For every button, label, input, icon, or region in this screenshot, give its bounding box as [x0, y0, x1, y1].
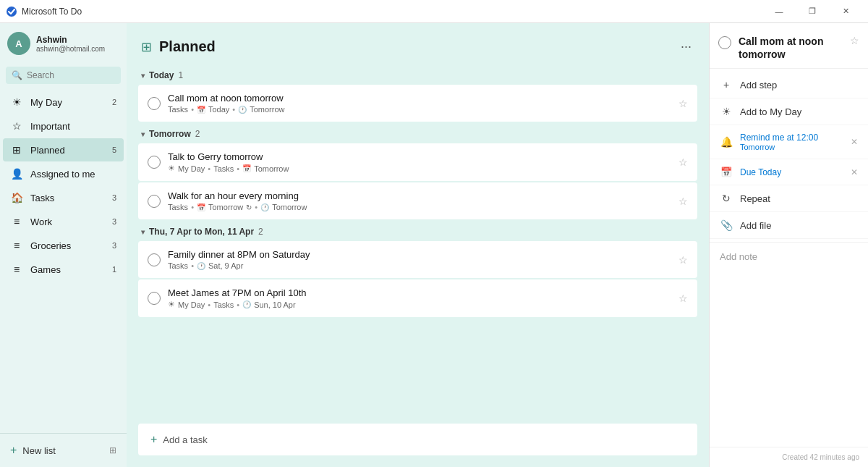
- task-title: Walk for an hour every morning: [168, 190, 671, 201]
- minimize-button[interactable]: —: [762, 0, 796, 23]
- remind-remove-button[interactable]: ✕: [851, 137, 858, 147]
- restore-button[interactable]: ❐: [796, 0, 829, 23]
- user-section[interactable]: A Ashwin ashwin@hotmail.com: [0, 23, 127, 64]
- task-title: Meet James at 7PM on April 10th: [168, 287, 671, 298]
- task-meta: Tasks • 🕐 Sat, 9 Apr: [168, 261, 671, 270]
- sidebar-footer: + New list ⊞: [0, 433, 127, 467]
- games-icon: ≡: [10, 264, 23, 275]
- sidebar-item-label: Games: [30, 264, 105, 275]
- table-row[interactable]: Walk for an hour every morning Tasks • 📅…: [138, 182, 697, 219]
- task-meta: Tasks • 📅 Today • 🕐 Tomorrow: [168, 105, 671, 114]
- add-task-bar[interactable]: + Add a task: [138, 424, 697, 455]
- task-body: Talk to Gerry tomorrow ☀ My Day • Tasks …: [168, 151, 671, 173]
- task-body: Meet James at 7PM on April 10th ☀ My Day…: [168, 287, 671, 309]
- groceries-icon: ≡: [10, 240, 23, 251]
- section-today[interactable]: ▾ Today 1: [138, 64, 697, 83]
- task-meta: ☀ My Day • Tasks • 📅 Tomorrow: [168, 164, 671, 173]
- due-icon: 🕐: [197, 262, 205, 270]
- main-header: ⊞ Planned ···: [127, 23, 709, 64]
- sidebar-item-work[interactable]: ≡ Work 3: [3, 210, 124, 233]
- due-remove-button[interactable]: ✕: [851, 167, 858, 177]
- user-info: Ashwin ashwin@hotmail.com: [36, 35, 119, 53]
- add-task-icon: +: [150, 433, 157, 446]
- window-controls: — ❐ ✕: [762, 0, 862, 23]
- sidebar-item-label: Tasks: [30, 193, 105, 203]
- sidebar-item-my-day[interactable]: ☀ My Day 2: [3, 91, 124, 114]
- remind-me-item[interactable]: 🔔 Remind me at 12:00 Tomorrow ✕: [710, 125, 868, 159]
- section-tomorrow[interactable]: ▾ Tomorrow 2: [138, 123, 697, 142]
- remind-label: Remind me at 12:00: [740, 132, 843, 143]
- section-label: Thu, 7 Apr to Mon, 11 Apr: [149, 227, 254, 237]
- task-title: Talk to Gerry tomorrow: [168, 151, 671, 162]
- due-icon: 🕐: [238, 106, 247, 114]
- sidebar-item-label: Groceries: [30, 240, 105, 251]
- sidebar-item-games[interactable]: ≡ Games 1: [3, 258, 124, 281]
- task-checkbox[interactable]: [148, 292, 161, 305]
- search-box[interactable]: 🔍: [6, 67, 121, 84]
- section-count: 1: [178, 70, 183, 80]
- table-row[interactable]: Family dinner at 8PM on Saturday Tasks •…: [138, 241, 697, 278]
- due-date-item[interactable]: 📅 Due Today ✕: [710, 159, 868, 185]
- close-button[interactable]: ✕: [829, 0, 862, 23]
- detail-task-checkbox[interactable]: [718, 36, 731, 49]
- sidebar-item-count: 2: [112, 98, 116, 106]
- sidebar-item-count: 3: [112, 241, 116, 250]
- sidebar-item-tasks[interactable]: 🏠 Tasks 3: [3, 186, 124, 209]
- sidebar-item-count: 3: [112, 217, 116, 226]
- sidebar-item-planned[interactable]: ⊞ Planned 5: [3, 138, 124, 161]
- add-to-my-day-button[interactable]: ☀ Add to My Day: [710, 98, 868, 125]
- add-file-label: Add file: [740, 220, 858, 231]
- task-checkbox[interactable]: [148, 97, 161, 110]
- add-step-button[interactable]: + Add step: [710, 72, 868, 98]
- more-options-button[interactable]: ···: [678, 36, 694, 57]
- avatar: A: [7, 32, 30, 55]
- app-body: A Ashwin ashwin@hotmail.com 🔍 ☀ My Day 2…: [0, 23, 868, 467]
- sidebar-item-label: Planned: [30, 145, 105, 156]
- detail-header: Call mom at noon tomorrow ☆: [710, 23, 868, 69]
- footer-text: Created 42 minutes ago: [782, 453, 859, 461]
- new-list-label: New list: [22, 445, 56, 456]
- table-row[interactable]: Call mom at noon tomorrow Tasks • 📅 Toda…: [138, 85, 697, 122]
- task-star-button[interactable]: ☆: [678, 254, 688, 266]
- add-list-icon: ⊞: [109, 445, 116, 455]
- remind-sub: Tomorrow: [740, 143, 843, 151]
- detail-actions: + Add step ☀ Add to My Day 🔔 Remind me a…: [710, 69, 868, 242]
- task-body: Call mom at noon tomorrow Tasks • 📅 Toda…: [168, 93, 671, 114]
- add-file-item[interactable]: 📎 Add file: [710, 212, 868, 239]
- repeat-icon: ↻: [720, 193, 733, 204]
- due-icon: 🕐: [242, 300, 251, 308]
- user-email: ashwin@hotmail.com: [36, 45, 119, 53]
- sidebar-item-important[interactable]: ☆ Important: [3, 114, 124, 138]
- task-title: Family dinner at 8PM on Saturday: [168, 249, 671, 260]
- search-input[interactable]: [27, 70, 135, 80]
- task-star-button[interactable]: ☆: [678, 195, 688, 207]
- sun-icon: ☀: [168, 164, 175, 173]
- calendar-icon: 📅: [197, 203, 205, 211]
- main-content: ⊞ Planned ··· ▾ Today 1 Call mom at noon…: [127, 23, 709, 467]
- section-thu-mon[interactable]: ▾ Thu, 7 Apr to Mon, 11 Apr 2: [138, 221, 697, 240]
- repeat-item[interactable]: ↻ Repeat: [710, 185, 868, 212]
- new-list-button[interactable]: + New list ⊞: [6, 439, 121, 461]
- section-count: 2: [258, 227, 263, 237]
- task-checkbox[interactable]: [148, 195, 161, 208]
- chevron-down-icon: ▾: [141, 228, 145, 236]
- sun-icon: ☀: [720, 106, 733, 117]
- task-star-button[interactable]: ☆: [678, 293, 688, 304]
- task-checkbox[interactable]: [148, 156, 161, 169]
- add-to-my-day-label: Add to My Day: [740, 106, 858, 117]
- nav-list: ☀ My Day 2 ☆ Important ⊞ Planned 5 👤 Ass…: [0, 90, 127, 433]
- detail-star-button[interactable]: ☆: [850, 35, 859, 46]
- add-note-area[interactable]: Add note: [710, 242, 868, 447]
- sidebar-item-groceries[interactable]: ≡ Groceries 3: [3, 234, 124, 257]
- table-row[interactable]: Meet James at 7PM on April 10th ☀ My Day…: [138, 279, 697, 317]
- task-star-button[interactable]: ☆: [678, 156, 688, 168]
- sidebar-item-label: Work: [30, 216, 105, 227]
- task-checkbox[interactable]: [148, 253, 161, 266]
- table-row[interactable]: Talk to Gerry tomorrow ☀ My Day • Tasks …: [138, 143, 697, 181]
- calendar-icon: 📅: [720, 167, 733, 177]
- sidebar: A Ashwin ashwin@hotmail.com 🔍 ☀ My Day 2…: [0, 23, 127, 467]
- task-star-button[interactable]: ☆: [678, 98, 688, 109]
- sidebar-item-assigned[interactable]: 👤 Assigned to me: [3, 162, 124, 185]
- due-icon: 🕐: [260, 203, 269, 211]
- assigned-icon: 👤: [10, 168, 23, 180]
